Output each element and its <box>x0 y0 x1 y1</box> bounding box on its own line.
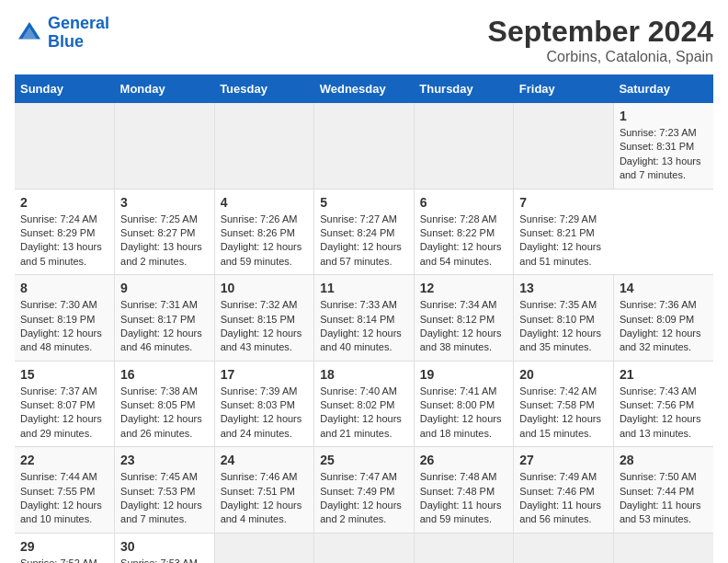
cell-info: Sunrise: 7:41 AMSunset: 8:00 PMDaylight:… <box>420 385 508 442</box>
calendar-cell: 6Sunrise: 7:28 AMSunset: 8:22 PMDaylight… <box>414 189 514 275</box>
calendar-cell <box>514 103 614 189</box>
day-number: 4 <box>221 195 309 210</box>
calendar-cell: 23Sunrise: 7:45 AMSunset: 7:53 PMDayligh… <box>115 447 215 534</box>
page-header: General Blue September 2024 Corbins, Cat… <box>15 15 713 65</box>
cell-info: Sunrise: 7:46 AMSunset: 7:51 PMDaylight:… <box>221 470 309 527</box>
calendar-cell: 16Sunrise: 7:38 AMSunset: 8:05 PMDayligh… <box>115 361 215 447</box>
day-number: 9 <box>120 281 209 295</box>
cell-info: Sunrise: 7:53 AMSunset: 7:41 PMDaylight:… <box>120 557 209 563</box>
day-number: 3 <box>120 195 209 210</box>
cell-info: Sunrise: 7:49 AMSunset: 7:46 PMDaylight:… <box>519 470 608 527</box>
calendar-body: 1Sunrise: 7:23 AMSunset: 8:31 PMDaylight… <box>15 103 713 563</box>
day-number: 21 <box>620 367 708 382</box>
cell-info: Sunrise: 7:43 AMSunset: 7:56 PMDaylight:… <box>620 385 708 442</box>
calendar-cell <box>514 533 614 563</box>
day-number: 16 <box>120 367 209 382</box>
calendar-cell <box>613 533 713 563</box>
cell-info: Sunrise: 7:48 AMSunset: 7:48 PMDaylight:… <box>420 470 508 527</box>
cell-info: Sunrise: 7:25 AMSunset: 8:27 PMDaylight:… <box>120 213 209 270</box>
header-row: SundayMondayTuesdayWednesdayThursdayFrid… <box>15 75 713 103</box>
calendar-cell: 22Sunrise: 7:44 AMSunset: 7:55 PMDayligh… <box>15 447 115 534</box>
cell-info: Sunrise: 7:40 AMSunset: 8:02 PMDaylight:… <box>320 385 408 442</box>
logo-icon <box>15 18 44 48</box>
day-number: 23 <box>120 453 209 467</box>
day-number: 7 <box>519 195 608 210</box>
day-number: 2 <box>20 195 108 210</box>
day-number: 20 <box>519 367 608 382</box>
cell-info: Sunrise: 7:42 AMSunset: 7:58 PMDaylight:… <box>519 385 608 442</box>
header-cell-sunday: Sunday <box>15 75 115 103</box>
page-subtitle: Corbins, Catalonia, Spain <box>488 49 713 65</box>
day-number: 28 <box>620 453 708 467</box>
calendar-cell: 4Sunrise: 7:26 AMSunset: 8:26 PMDaylight… <box>214 189 314 275</box>
calendar-cell <box>115 103 215 189</box>
cell-info: Sunrise: 7:39 AMSunset: 8:03 PMDaylight:… <box>221 385 309 442</box>
calendar-cell: 26Sunrise: 7:48 AMSunset: 7:48 PMDayligh… <box>414 447 514 534</box>
calendar-cell: 27Sunrise: 7:49 AMSunset: 7:46 PMDayligh… <box>514 447 614 534</box>
cell-info: Sunrise: 7:37 AMSunset: 8:07 PMDaylight:… <box>20 385 108 442</box>
calendar-cell <box>314 533 415 563</box>
day-number: 6 <box>420 195 508 210</box>
calendar-cell: 15Sunrise: 7:37 AMSunset: 8:07 PMDayligh… <box>15 361 115 447</box>
cell-info: Sunrise: 7:50 AMSunset: 7:44 PMDaylight:… <box>620 470 708 527</box>
day-number: 25 <box>320 453 408 467</box>
calendar-cell <box>314 103 415 189</box>
logo: General Blue <box>15 15 109 52</box>
header-cell-wednesday: Wednesday <box>314 75 415 103</box>
day-number: 22 <box>20 453 108 467</box>
cell-info: Sunrise: 7:52 AMSunset: 7:43 PMDaylight:… <box>20 557 108 563</box>
day-number: 18 <box>320 367 408 382</box>
cell-info: Sunrise: 7:44 AMSunset: 7:55 PMDaylight:… <box>20 470 108 527</box>
header-cell-friday: Friday <box>514 75 614 103</box>
header-cell-monday: Monday <box>115 75 215 103</box>
day-number: 1 <box>620 109 708 123</box>
calendar-cell: 24Sunrise: 7:46 AMSunset: 7:51 PMDayligh… <box>214 447 314 534</box>
logo-text: General Blue <box>48 15 109 52</box>
header-cell-thursday: Thursday <box>414 75 514 103</box>
calendar-cell: 21Sunrise: 7:43 AMSunset: 7:56 PMDayligh… <box>613 361 713 447</box>
cell-info: Sunrise: 7:30 AMSunset: 8:19 PMDaylight:… <box>20 298 108 355</box>
calendar-table: SundayMondayTuesdayWednesdayThursdayFrid… <box>15 75 713 563</box>
calendar-cell <box>414 103 514 189</box>
cell-info: Sunrise: 7:34 AMSunset: 8:12 PMDaylight:… <box>420 298 508 355</box>
cell-info: Sunrise: 7:32 AMSunset: 8:15 PMDaylight:… <box>221 298 309 355</box>
day-number: 15 <box>20 367 108 382</box>
day-number: 24 <box>221 453 309 467</box>
calendar-cell <box>214 103 314 189</box>
cell-info: Sunrise: 7:28 AMSunset: 8:22 PMDaylight:… <box>420 213 508 270</box>
day-number: 30 <box>120 539 209 554</box>
calendar-row-2: 2Sunrise: 7:24 AMSunset: 8:29 PMDaylight… <box>15 189 713 275</box>
header-cell-tuesday: Tuesday <box>214 75 314 103</box>
calendar-cell: 9Sunrise: 7:31 AMSunset: 8:17 PMDaylight… <box>115 275 215 362</box>
day-number: 11 <box>320 281 408 295</box>
calendar-cell: 25Sunrise: 7:47 AMSunset: 7:49 PMDayligh… <box>314 447 415 534</box>
cell-info: Sunrise: 7:24 AMSunset: 8:29 PMDaylight:… <box>20 213 108 270</box>
day-number: 14 <box>620 281 708 295</box>
calendar-cell: 14Sunrise: 7:36 AMSunset: 8:09 PMDayligh… <box>613 275 713 362</box>
day-number: 5 <box>320 195 408 210</box>
logo-general: General <box>48 14 109 32</box>
calendar-row-1: 1Sunrise: 7:23 AMSunset: 8:31 PMDaylight… <box>15 103 713 189</box>
calendar-cell: 17Sunrise: 7:39 AMSunset: 8:03 PMDayligh… <box>214 361 314 447</box>
calendar-row-5: 22Sunrise: 7:44 AMSunset: 7:55 PMDayligh… <box>15 447 713 534</box>
day-number: 10 <box>221 281 309 295</box>
cell-info: Sunrise: 7:26 AMSunset: 8:26 PMDaylight:… <box>221 213 309 270</box>
day-number: 8 <box>20 281 108 295</box>
calendar-cell: 18Sunrise: 7:40 AMSunset: 8:02 PMDayligh… <box>314 361 415 447</box>
day-number: 26 <box>420 453 508 467</box>
calendar-cell: 12Sunrise: 7:34 AMSunset: 8:12 PMDayligh… <box>414 275 514 362</box>
calendar-cell <box>414 533 514 563</box>
calendar-cell: 20Sunrise: 7:42 AMSunset: 7:58 PMDayligh… <box>514 361 614 447</box>
title-block: September 2024 Corbins, Catalonia, Spain <box>488 15 713 65</box>
header-cell-saturday: Saturday <box>613 75 713 103</box>
cell-info: Sunrise: 7:35 AMSunset: 8:10 PMDaylight:… <box>519 298 608 355</box>
day-number: 12 <box>420 281 508 295</box>
logo-blue: Blue <box>48 32 84 51</box>
cell-info: Sunrise: 7:47 AMSunset: 7:49 PMDaylight:… <box>320 470 408 527</box>
day-number: 19 <box>420 367 508 382</box>
calendar-cell: 7Sunrise: 7:29 AMSunset: 8:21 PMDaylight… <box>514 189 614 275</box>
calendar-cell <box>214 533 314 563</box>
calendar-cell: 1Sunrise: 7:23 AMSunset: 8:31 PMDaylight… <box>613 103 713 189</box>
day-number: 17 <box>221 367 309 382</box>
calendar-cell: 2Sunrise: 7:24 AMSunset: 8:29 PMDaylight… <box>15 189 115 275</box>
